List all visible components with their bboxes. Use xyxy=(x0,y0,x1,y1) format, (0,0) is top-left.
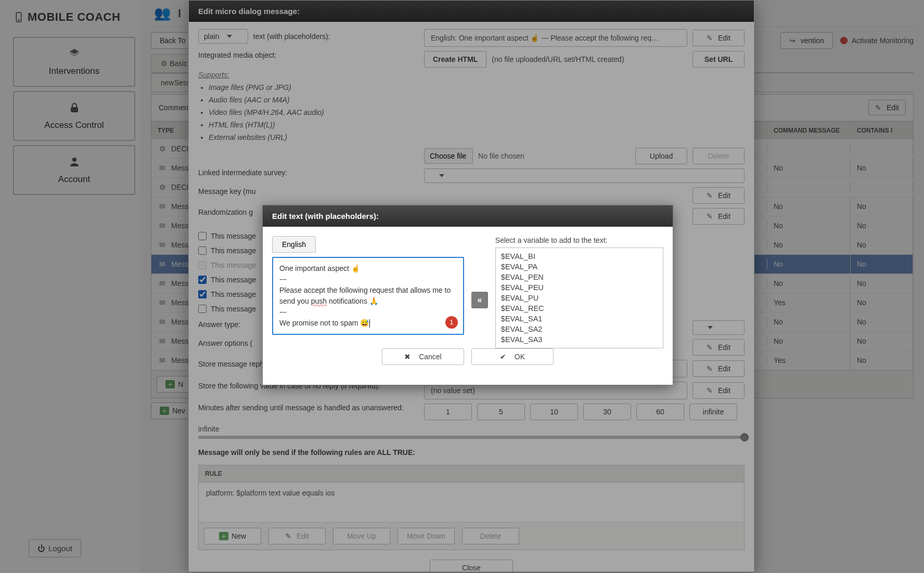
variable-item[interactable]: $EVAL_PA xyxy=(501,262,658,272)
double-chevron-left-icon: « xyxy=(477,295,482,305)
variable-item[interactable]: $EVAL_PU xyxy=(501,293,658,303)
ok-button[interactable]: ✔ OK xyxy=(471,348,554,365)
vars-label: Select a variable to add to the text: xyxy=(495,236,663,244)
x-icon: ✖ xyxy=(404,353,410,361)
variable-item[interactable]: $EVAL_SA1 xyxy=(501,314,658,324)
insert-variable-button[interactable]: « xyxy=(471,292,488,308)
variable-item[interactable]: $EVAL_BI xyxy=(501,251,658,262)
edit-text-modal: Edit text (with placeholders): English O… xyxy=(262,205,673,385)
text-editor[interactable]: One important aspect ☝️---Please accept … xyxy=(272,257,464,335)
cancel-button[interactable]: ✖ Cancel xyxy=(382,348,464,365)
check-icon: ✔ xyxy=(500,353,506,361)
variable-item[interactable]: $EVAL_PEN xyxy=(501,272,658,282)
language-tab[interactable]: English xyxy=(272,236,316,253)
variables-list[interactable]: $EVAL_BI$EVAL_PA$EVAL_PEN$EVAL_PEU$EVAL_… xyxy=(495,248,663,348)
variable-item[interactable]: $EVAL_SA3 xyxy=(501,334,658,345)
error-badge: 1 xyxy=(445,316,458,329)
variable-item[interactable]: $EVAL_PEU xyxy=(501,282,658,293)
modal2-title: Edit text (with placeholders): xyxy=(263,205,673,227)
variable-item[interactable]: $EVAL_REC xyxy=(501,303,658,314)
variable-item[interactable]: $EVAL_SA2 xyxy=(501,324,658,334)
